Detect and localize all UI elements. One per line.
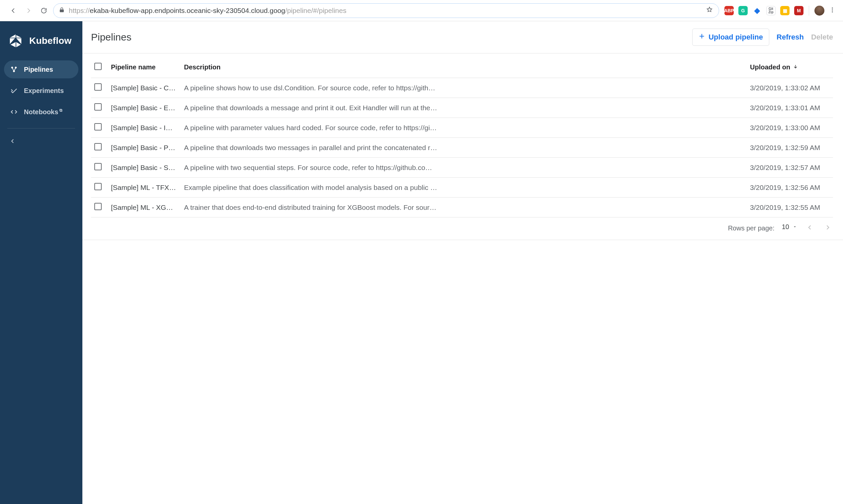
svg-marker-4: [16, 35, 21, 38]
pipeline-uploaded: 3/20/2019, 1:33:02 AM: [747, 78, 833, 98]
extensions-row: ABPG◆Git Zip▦M: [724, 6, 804, 15]
table-row[interactable]: [Sample] Basic - Exit Ha…A pipeline that…: [91, 98, 833, 118]
pipelines-table: Pipeline name Description Uploaded on: [91, 57, 833, 217]
row-checkbox[interactable]: [94, 163, 102, 170]
experiments-icon: [10, 87, 18, 94]
pipeline-name[interactable]: [Sample] Basic - Parallel …: [108, 138, 181, 158]
pipeline-uploaded: 3/20/2019, 1:32:56 AM: [747, 178, 833, 198]
pipeline-description: A pipeline that downloads two messages i…: [181, 138, 747, 158]
row-checkbox-cell: [91, 198, 108, 217]
table-row[interactable]: [Sample] ML - XGBoost -…A trainer that d…: [91, 198, 833, 217]
pager-next-button[interactable]: [822, 224, 833, 232]
pipeline-description: A pipeline with two sequential steps. Fo…: [181, 158, 747, 178]
url-text: https://ekaba-kubeflow-app.endpoints.oce…: [69, 7, 702, 15]
pipeline-name[interactable]: [Sample] Basic - Exit Ha…: [108, 98, 181, 118]
plus-icon: [699, 33, 705, 41]
star-icon[interactable]: [706, 6, 713, 15]
sidebar-items: PipelinesExperimentsNotebooks⧉: [0, 60, 82, 124]
browser-toolbar: https://ekaba-kubeflow-app.endpoints.oce…: [0, 0, 843, 21]
column-header-uploaded[interactable]: Uploaded on: [747, 57, 833, 78]
pipeline-uploaded: 3/20/2019, 1:32:57 AM: [747, 158, 833, 178]
rows-per-page-select[interactable]: 10: [782, 223, 797, 231]
row-checkbox[interactable]: [94, 203, 102, 210]
caret-down-icon: [792, 223, 797, 231]
sidebar: Kubeflow PipelinesExperimentsNotebooks⧉: [0, 21, 82, 504]
sidebar-item-experiments[interactable]: Experiments: [4, 82, 78, 100]
column-header-name[interactable]: Pipeline name: [108, 57, 181, 78]
sidebar-item-label: Pipelines: [24, 66, 53, 73]
pipeline-description: A trainer that does end-to-end distribut…: [181, 198, 747, 217]
sidebar-item-label: Notebooks⧉: [24, 108, 63, 116]
rows-per-page-label: Rows per page:: [728, 224, 775, 232]
extension-mendeley-icon[interactable]: M: [794, 6, 804, 15]
extension-grammarly-icon[interactable]: G: [738, 6, 748, 15]
page-actions: Upload pipeline Refresh Delete: [692, 29, 833, 46]
svg-marker-3: [10, 35, 16, 38]
lock-icon: [59, 7, 65, 15]
row-checkbox-cell: [91, 118, 108, 138]
svg-point-1: [832, 9, 833, 10]
row-checkbox-cell: [91, 158, 108, 178]
row-checkbox[interactable]: [94, 123, 102, 130]
reload-button[interactable]: [38, 5, 50, 17]
select-all-checkbox[interactable]: [94, 63, 102, 70]
pipeline-description: A pipeline that downloads a message and …: [181, 98, 747, 118]
extension-slides-icon[interactable]: ▦: [780, 6, 790, 15]
extension-gitzip-icon[interactable]: Git Zip: [766, 6, 776, 15]
table-row[interactable]: [Sample] Basic - Parallel …A pipeline th…: [91, 138, 833, 158]
pipeline-name[interactable]: [Sample] ML - XGBoost -…: [108, 198, 181, 217]
sidebar-collapse-button[interactable]: [6, 134, 19, 148]
extension-abp-icon[interactable]: ABP: [724, 6, 734, 15]
brand[interactable]: Kubeflow: [0, 27, 82, 60]
pipeline-name[interactable]: [Sample] Basic - Immedi…: [108, 118, 181, 138]
column-header-description[interactable]: Description: [181, 57, 747, 78]
pipeline-name[interactable]: [Sample] Basic - Sequen…: [108, 158, 181, 178]
table-row[interactable]: [Sample] ML - TFX - Taxi …Example pipeli…: [91, 178, 833, 198]
row-checkbox[interactable]: [94, 103, 102, 111]
column-header-uploaded-label: Uploaded on: [750, 64, 790, 71]
external-link-icon: ⧉: [59, 108, 63, 112]
table-row[interactable]: [Sample] Basic - Sequen…A pipeline with …: [91, 158, 833, 178]
toolbar-divider: [809, 6, 809, 16]
main: Pipelines Upload pipeline Refresh Delete: [82, 21, 843, 504]
pipeline-description: A pipeline with parameter values hard co…: [181, 118, 747, 138]
pipeline-uploaded: 3/20/2019, 1:33:00 AM: [747, 118, 833, 138]
extension-diamond-icon[interactable]: ◆: [752, 6, 762, 15]
brand-name: Kubeflow: [29, 36, 72, 46]
row-checkbox[interactable]: [94, 83, 102, 91]
refresh-button[interactable]: Refresh: [776, 33, 804, 41]
table-row[interactable]: [Sample] Basic - Immedi…A pipeline with …: [91, 118, 833, 138]
sidebar-item-notebooks[interactable]: Notebooks⧉: [4, 103, 78, 121]
pipelines-table-wrap: Pipeline name Description Uploaded on: [82, 53, 843, 221]
sidebar-item-label: Experiments: [24, 87, 64, 95]
page-title: Pipelines: [91, 32, 131, 43]
pipeline-description: Example pipeline that does classificatio…: [181, 178, 747, 198]
row-checkbox-cell: [91, 98, 108, 118]
rows-per-page-value: 10: [782, 223, 789, 231]
pipelines-icon: [10, 66, 18, 73]
pipeline-name[interactable]: [Sample] ML - TFX - Taxi …: [108, 178, 181, 198]
upload-pipeline-button[interactable]: Upload pipeline: [692, 29, 769, 46]
svg-point-2: [832, 11, 833, 12]
table-row[interactable]: [Sample] Basic - ConditionA pipeline sho…: [91, 78, 833, 98]
profile-avatar[interactable]: [814, 6, 824, 16]
notebooks-icon: [10, 108, 18, 115]
row-checkbox-cell: [91, 178, 108, 198]
sidebar-item-pipelines[interactable]: Pipelines: [4, 60, 78, 78]
pipeline-uploaded: 3/20/2019, 1:33:01 AM: [747, 98, 833, 118]
delete-button[interactable]: Delete: [811, 33, 833, 41]
row-checkbox[interactable]: [94, 183, 102, 190]
pipeline-name[interactable]: [Sample] Basic - Condition: [108, 78, 181, 98]
pipeline-description: A pipeline shows how to use dsl.Conditio…: [181, 78, 747, 98]
svg-marker-7: [11, 42, 16, 47]
kubeflow-logo-icon: [8, 33, 23, 49]
pager-prev-button[interactable]: [805, 224, 815, 232]
svg-marker-8: [16, 42, 21, 47]
address-bar[interactable]: https://ekaba-kubeflow-app.endpoints.oce…: [53, 3, 719, 18]
back-button[interactable]: [7, 5, 19, 17]
chrome-menu-button[interactable]: [828, 7, 837, 15]
forward-button[interactable]: [22, 5, 35, 17]
pipeline-uploaded: 3/20/2019, 1:32:55 AM: [747, 198, 833, 217]
sort-descending-icon: [793, 64, 798, 71]
row-checkbox[interactable]: [94, 143, 102, 150]
